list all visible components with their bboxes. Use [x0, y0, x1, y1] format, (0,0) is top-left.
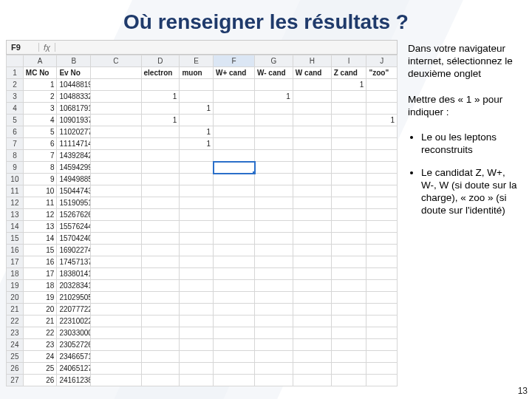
cell[interactable] — [180, 363, 214, 375]
col-header-C[interactable]: C — [91, 55, 141, 67]
row-header[interactable]: 10 — [7, 174, 24, 185]
cell[interactable] — [255, 363, 293, 375]
name-box[interactable]: F9 — [7, 43, 39, 52]
cell[interactable] — [255, 126, 293, 138]
row-header[interactable]: 1 — [7, 67, 24, 79]
cell[interactable] — [331, 351, 366, 363]
cell[interactable] — [331, 245, 366, 256]
cell[interactable] — [293, 304, 331, 316]
cell[interactable] — [331, 327, 366, 339]
cell[interactable]: 1 — [141, 115, 180, 126]
cell[interactable] — [141, 280, 180, 292]
cell[interactable]: 16 — [23, 256, 57, 268]
cell[interactable] — [331, 174, 366, 185]
cell[interactable]: 230330001 — [57, 327, 91, 339]
cell[interactable] — [91, 91, 141, 103]
cell[interactable] — [366, 185, 398, 197]
cell[interactable] — [366, 91, 398, 103]
header-cell[interactable] — [91, 67, 141, 79]
cell[interactable] — [366, 233, 398, 245]
cell[interactable] — [331, 233, 366, 245]
cell[interactable] — [91, 150, 141, 162]
cell[interactable]: 174571372 — [57, 256, 91, 268]
cell[interactable]: 1 — [180, 103, 214, 115]
cell[interactable]: 19 — [23, 292, 57, 304]
cell[interactable] — [255, 209, 293, 221]
cell[interactable] — [366, 327, 398, 339]
cell[interactable]: 2 — [23, 91, 57, 103]
cell[interactable]: 23 — [23, 339, 57, 351]
cell[interactable] — [331, 339, 366, 351]
cell[interactable] — [293, 339, 331, 351]
formula-bar[interactable]: F9 fχ — [6, 40, 398, 55]
cell[interactable] — [91, 280, 141, 292]
cell[interactable] — [91, 103, 141, 115]
cell[interactable]: 9 — [23, 174, 57, 185]
cell[interactable] — [366, 197, 398, 209]
cell[interactable] — [331, 256, 366, 268]
cell[interactable] — [91, 162, 141, 174]
cell[interactable] — [180, 375, 214, 386]
cell[interactable]: 104488192 — [57, 79, 91, 91]
cell[interactable] — [91, 79, 141, 91]
corner-cell[interactable] — [7, 55, 24, 67]
cell[interactable] — [293, 150, 331, 162]
cell[interactable] — [141, 363, 180, 375]
cell[interactable] — [141, 197, 180, 209]
cell[interactable] — [214, 103, 255, 115]
cell[interactable] — [141, 209, 180, 221]
cell[interactable] — [255, 292, 293, 304]
cell[interactable] — [91, 363, 141, 375]
row-header[interactable]: 6 — [7, 126, 24, 138]
row-header[interactable]: 9 — [7, 162, 24, 174]
cell[interactable] — [293, 256, 331, 268]
cell[interactable] — [255, 174, 293, 185]
cell[interactable] — [366, 351, 398, 363]
cell[interactable] — [331, 126, 366, 138]
cell[interactable] — [91, 209, 141, 221]
cell[interactable]: 10 — [23, 185, 57, 197]
cell[interactable] — [366, 174, 398, 185]
cell[interactable] — [331, 304, 366, 316]
cell[interactable]: 1 — [180, 126, 214, 138]
cell[interactable] — [180, 79, 214, 91]
cell[interactable] — [293, 185, 331, 197]
cell[interactable] — [214, 79, 255, 91]
cell[interactable]: 5 — [23, 126, 57, 138]
cell[interactable] — [331, 185, 366, 197]
cell[interactable] — [91, 138, 141, 150]
row-header[interactable]: 19 — [7, 280, 24, 292]
cell[interactable] — [91, 339, 141, 351]
cell[interactable] — [214, 304, 255, 316]
cell[interactable]: 1 — [180, 138, 214, 150]
row-header[interactable]: 7 — [7, 138, 24, 150]
cell[interactable] — [214, 339, 255, 351]
cell[interactable]: 21 — [23, 316, 57, 327]
cell[interactable]: 145942990 — [57, 162, 91, 174]
cell[interactable] — [366, 126, 398, 138]
grid[interactable]: ABCDEFGHIJ 1MC NoEv NoelectronmuonW+ can… — [6, 55, 398, 386]
header-cell[interactable]: muon — [180, 67, 214, 79]
cell[interactable] — [255, 185, 293, 197]
cell[interactable] — [255, 339, 293, 351]
cell[interactable]: 8 — [23, 162, 57, 174]
cell[interactable] — [255, 316, 293, 327]
cell[interactable]: 11 — [23, 197, 57, 209]
cell[interactable] — [293, 245, 331, 256]
cell[interactable] — [91, 174, 141, 185]
cell[interactable] — [141, 162, 180, 174]
row-header[interactable]: 4 — [7, 103, 24, 115]
cell[interactable] — [214, 209, 255, 221]
cell[interactable] — [255, 162, 293, 174]
cell[interactable] — [331, 268, 366, 280]
cell[interactable] — [366, 316, 398, 327]
cell[interactable] — [214, 115, 255, 126]
fx-icon[interactable]: fχ — [39, 43, 55, 52]
cell[interactable]: 14 — [23, 233, 57, 245]
cell[interactable] — [180, 292, 214, 304]
cell[interactable] — [180, 209, 214, 221]
cell[interactable] — [180, 327, 214, 339]
cell[interactable] — [366, 150, 398, 162]
cell[interactable]: 106817913 — [57, 103, 91, 115]
cell[interactable] — [214, 126, 255, 138]
